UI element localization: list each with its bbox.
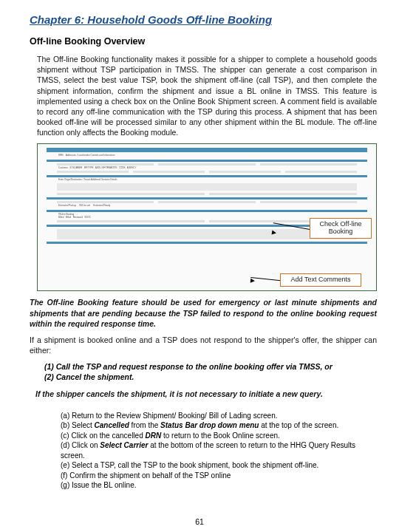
chapter-title: Chapter 6: Household Goods Off-line Book… [30, 13, 377, 26]
book-shipment-screenshot: DRN: Addresses / Localvendor Controls an… [37, 143, 377, 291]
page-number: 61 [0, 517, 399, 526]
cancel-steps: (a) Return to the Review Shipment/ Booki… [61, 411, 377, 491]
step-g: (g) Issue the BL online. [61, 480, 377, 491]
step-c: (c) Click on the cancelled DRN to return… [61, 431, 377, 441]
section-title: Off-line Booking Overview [30, 36, 377, 47]
option-2: (2) Cancel the shipment. [44, 372, 377, 382]
cancel-note: If the shipper cancels the shipment, it … [35, 389, 377, 399]
callout-add-comments: Add Text Comments [280, 273, 361, 287]
step-b: (b) Select Cancelled from the Status Bar… [61, 420, 377, 431]
usage-note: The Off-line Booking feature should be u… [30, 297, 377, 329]
option-1: (1) Call the TSP and request response to… [44, 361, 377, 372]
options-list: (1) Call the TSP and request response to… [44, 361, 377, 382]
callout-offline-booking: Check Off-line Booking [310, 218, 372, 239]
step-e: (e) Select a TSP, call the TSP to the bo… [61, 460, 377, 471]
response-intro: If a shipment is booked online and a TSP… [30, 335, 377, 355]
step-a: (a) Return to the Review Shipment/ Booki… [61, 411, 377, 421]
step-d: (d) Click on Select Carrier at the botto… [61, 440, 377, 460]
overview-paragraph: The Off-line Booking functionality makes… [37, 54, 377, 137]
step-f: (f) Confirm the shipment on behalf of th… [61, 471, 377, 481]
